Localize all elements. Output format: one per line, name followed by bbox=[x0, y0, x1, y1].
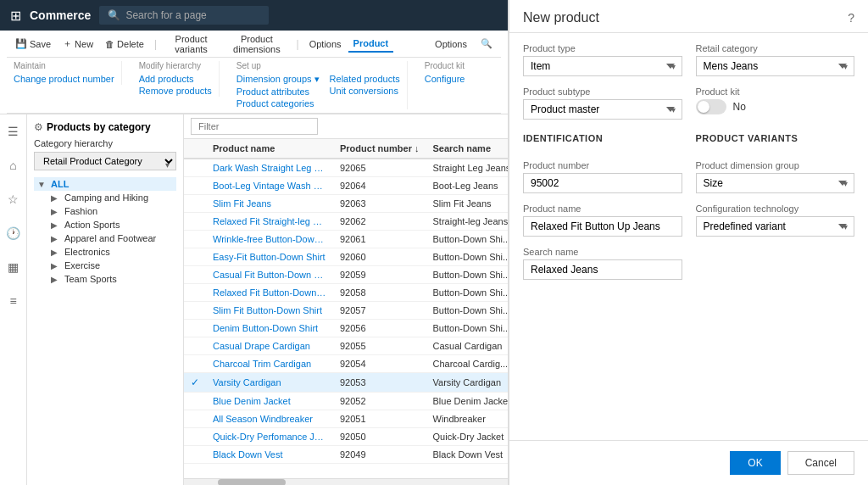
row-product-number: 92058 bbox=[333, 284, 426, 302]
row-product-name[interactable]: Blue Denim Jacket bbox=[206, 393, 333, 410]
product-dimension-select[interactable]: Size bbox=[696, 173, 855, 193]
row-product-name[interactable]: Relaxed Fit Button-Down Shirt bbox=[206, 284, 333, 302]
history-icon[interactable]: 🕐 bbox=[3, 223, 24, 243]
row-product-number: 92062 bbox=[333, 213, 426, 231]
product-variants-button[interactable]: Product variants bbox=[162, 31, 220, 57]
row-product-name[interactable]: Easy-Fit Button-Down Shirt bbox=[206, 248, 333, 266]
product-kit-toggle[interactable] bbox=[696, 99, 726, 114]
table-row[interactable]: Boot-Leg Vintage Wash Jeans 92064 Boot-L… bbox=[184, 177, 508, 195]
tree-item-action-sports[interactable]: ▶ Action Sports bbox=[47, 218, 176, 231]
tab-options[interactable]: Options Options bbox=[395, 36, 472, 52]
table-row[interactable]: Relaxed Fit Straight-leg Jeans 92062 Str… bbox=[184, 213, 508, 231]
row-product-name[interactable]: Black Down Vest bbox=[206, 446, 333, 464]
new-button[interactable]: ＋ New bbox=[58, 35, 98, 53]
tree-item-exercise[interactable]: ▶ Exercise bbox=[47, 259, 176, 272]
row-product-name[interactable]: Boot-Leg Vintage Wash Jeans bbox=[206, 177, 333, 195]
tree-item-apparel[interactable]: ▶ Apparel and Footwear bbox=[47, 231, 176, 245]
table-row[interactable]: Black Down Vest 92049 Black Down Vest bbox=[184, 446, 508, 464]
delete-button[interactable]: 🗑 Delete bbox=[100, 36, 149, 52]
filter-input[interactable] bbox=[191, 118, 318, 135]
tree-item-electronics[interactable]: ▶ Electronics bbox=[47, 245, 176, 259]
product-type-label: Product type bbox=[523, 43, 682, 53]
toggle-track[interactable] bbox=[696, 99, 726, 114]
col-search-name[interactable]: Search name bbox=[426, 139, 508, 159]
home-icon[interactable]: ⌂ bbox=[6, 155, 19, 176]
row-product-name[interactable]: Casual Fit Button-Down Shirt bbox=[206, 266, 333, 284]
retail-category-select[interactable]: Mens Jeans bbox=[696, 56, 855, 76]
app-grid-icon[interactable]: ⊞ bbox=[10, 8, 21, 24]
help-icon[interactable]: ? bbox=[848, 11, 854, 25]
row-product-name[interactable]: Casual Drape Cardigan bbox=[206, 337, 333, 355]
product-dimensions-button[interactable]: Product dimensions bbox=[222, 31, 291, 57]
horizontal-scrollbar[interactable] bbox=[184, 478, 508, 485]
table-container[interactable]: Product name Product number ↓ Search nam… bbox=[184, 139, 508, 478]
configure-link[interactable]: Configure bbox=[425, 73, 465, 85]
product-name-input[interactable] bbox=[523, 216, 682, 237]
table-row[interactable]: ✓ Varsity Cardigan 92053 Varsity Cardiga… bbox=[184, 373, 508, 393]
product-number-input[interactable] bbox=[523, 173, 682, 193]
table-row[interactable]: Blue Denim Jacket 92052 Blue Denim Jacke… bbox=[184, 393, 508, 410]
release-products-button[interactable]: Options bbox=[304, 36, 347, 52]
remove-products-link[interactable]: Remove products bbox=[139, 85, 212, 97]
right-panel-body: Product type Item Retail category Mens J… bbox=[509, 33, 868, 440]
dimension-groups-link[interactable]: Dimension groups ▾ bbox=[236, 73, 320, 86]
row-product-number: 92064 bbox=[333, 177, 426, 195]
star-icon[interactable]: ☆ bbox=[4, 189, 22, 209]
table-row[interactable]: Wrinkle-free Button-Down Shirt 92061 But… bbox=[184, 231, 508, 248]
row-product-name[interactable]: Varsity Cardigan bbox=[206, 373, 333, 393]
row-product-name[interactable]: Slim Fit Jeans bbox=[206, 195, 333, 213]
config-tech-label: Configuration technology bbox=[696, 203, 855, 214]
row-product-name[interactable]: Wrinkle-free Button-Down Shirt bbox=[206, 231, 333, 248]
row-product-name[interactable]: Charcoal Trim Cardigan bbox=[206, 355, 333, 373]
table-row[interactable]: Easy-Fit Button-Down Shirt 92060 Button-… bbox=[184, 248, 508, 266]
table-row[interactable]: Charcoal Trim Cardigan 92054 Charcoal Ca… bbox=[184, 355, 508, 373]
row-product-name[interactable]: All Season Windbreaker bbox=[206, 410, 333, 428]
menu-icon[interactable]: ☰ bbox=[4, 121, 22, 142]
ok-button[interactable]: OK bbox=[730, 451, 780, 475]
right-panel: New product ? Product type Item Retail c… bbox=[509, 0, 868, 485]
category-hierarchy-dropdown[interactable]: Retail Product Category bbox=[34, 152, 176, 170]
row-product-name[interactable]: Quick-Dry Perfomance Jacket bbox=[206, 428, 333, 446]
related-products-link[interactable]: Related products bbox=[330, 73, 400, 85]
search-ribbon-button[interactable]: 🔍 bbox=[476, 36, 498, 52]
change-product-number-link[interactable]: Change product number bbox=[14, 73, 114, 85]
table-row[interactable]: Relaxed Fit Button-Down Shirt 92058 Butt… bbox=[184, 284, 508, 302]
unit-conversions-link[interactable]: Unit conversions bbox=[330, 85, 400, 97]
form-row-subtype-kit: Product subtype Product master Product k… bbox=[523, 86, 854, 120]
form-group-search-name: Search name bbox=[523, 247, 854, 280]
row-product-name[interactable]: Denim Button-Down Shirt bbox=[206, 320, 333, 337]
add-products-link[interactable]: Add products bbox=[139, 73, 212, 85]
table-row[interactable]: Denim Button-Down Shirt 92056 Button-Dow… bbox=[184, 320, 508, 337]
tree-item-team-sports[interactable]: ▶ Team Sports bbox=[47, 272, 176, 286]
table-row[interactable]: Slim Fit Button-Down Shirt 92057 Button-… bbox=[184, 302, 508, 320]
tab-product[interactable]: Product bbox=[348, 36, 394, 53]
right-panel-footer: OK Cancel bbox=[509, 440, 868, 485]
product-number-label: Product number bbox=[523, 160, 682, 170]
tree-item-fashion[interactable]: ▶ Fashion bbox=[47, 204, 176, 218]
row-product-name[interactable]: Dark Wash Straight Leg Jeans bbox=[206, 159, 333, 177]
save-button[interactable]: 💾 Save bbox=[10, 36, 56, 52]
product-categories-link[interactable]: Product categories bbox=[236, 98, 320, 109]
row-product-name[interactable]: Relaxed Fit Straight-leg Jeans bbox=[206, 213, 333, 231]
scrollbar-thumb[interactable] bbox=[218, 479, 286, 485]
tree-item-all[interactable]: ▼ ALL bbox=[34, 177, 176, 191]
table-row[interactable]: Dark Wash Straight Leg Jeans 92065 Strai… bbox=[184, 159, 508, 177]
table-row[interactable]: Quick-Dry Perfomance Jacket 92050 Quick-… bbox=[184, 428, 508, 446]
config-tech-select[interactable]: Predefined variant bbox=[696, 216, 855, 237]
col-product-number[interactable]: Product number ↓ bbox=[333, 139, 426, 159]
table-row[interactable]: All Season Windbreaker 92051 Windbreaker bbox=[184, 410, 508, 428]
table-row[interactable]: Casual Drape Cardigan 92055 Casual Cardi… bbox=[184, 337, 508, 355]
cancel-button[interactable]: Cancel bbox=[787, 451, 854, 475]
calendar-icon[interactable]: ▦ bbox=[4, 257, 22, 277]
col-product-name[interactable]: Product name bbox=[206, 139, 333, 159]
table-row[interactable]: Casual Fit Button-Down Shirt 92059 Butto… bbox=[184, 266, 508, 284]
list-icon[interactable]: ≡ bbox=[6, 291, 19, 311]
search-name-input[interactable] bbox=[523, 259, 682, 280]
product-subtype-select[interactable]: Product master bbox=[523, 99, 682, 120]
tree-item-camping[interactable]: ▶ Camping and Hiking bbox=[47, 191, 176, 204]
product-attributes-link[interactable]: Product attributes bbox=[236, 86, 320, 98]
table-row[interactable]: Slim Fit Jeans 92063 Slim Fit Jeans bbox=[184, 195, 508, 213]
product-type-select[interactable]: Item bbox=[523, 56, 682, 76]
search-bar[interactable]: 🔍 Search for a page bbox=[99, 6, 269, 25]
row-product-name[interactable]: Slim Fit Button-Down Shirt bbox=[206, 302, 333, 320]
